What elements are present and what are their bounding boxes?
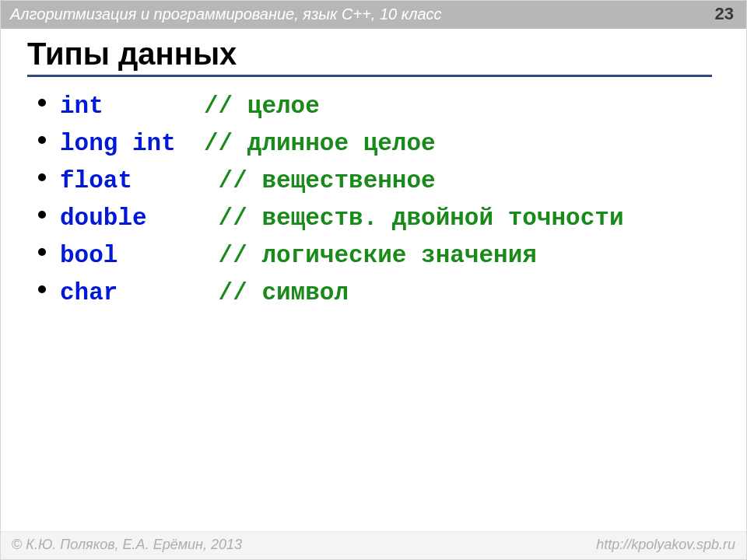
content-list: int // целое long int // длинное целое f… bbox=[38, 88, 746, 312]
type-comment: // символ bbox=[204, 275, 349, 312]
type-comment: // целое bbox=[204, 88, 320, 125]
copyright: © К.Ю. Поляков, Е.А. Ерёмин, 2013 bbox=[12, 537, 242, 553]
footer-url: http://kpolyakov.spb.ru bbox=[596, 537, 735, 553]
slide-title: Типы данных bbox=[27, 37, 712, 77]
type-keyword: float bbox=[60, 163, 204, 200]
bullet-icon bbox=[38, 173, 46, 181]
bullet-icon bbox=[38, 136, 46, 144]
type-keyword: long int bbox=[60, 125, 204, 163]
bullet-icon bbox=[38, 211, 46, 219]
type-comment: // веществ. двойной точности bbox=[204, 200, 624, 237]
type-keyword: double bbox=[60, 200, 204, 237]
slide: Алгоритмизация и программирование, язык … bbox=[0, 0, 747, 560]
type-comment: // вещественное bbox=[204, 163, 436, 200]
type-comment: // логические значения bbox=[204, 237, 537, 275]
bullet-icon bbox=[38, 248, 46, 256]
type-keyword: bool bbox=[60, 237, 204, 275]
bullet-icon bbox=[38, 99, 46, 107]
course-title: Алгоритмизация и программирование, язык … bbox=[10, 5, 442, 23]
bullet-icon bbox=[38, 285, 46, 293]
page-number: 23 bbox=[715, 4, 734, 24]
list-item: long int // длинное целое bbox=[38, 125, 746, 163]
list-item: float // вещественное bbox=[38, 163, 746, 200]
type-comment: // длинное целое bbox=[204, 125, 436, 163]
footer-bar: © К.Ю. Поляков, Е.А. Ерёмин, 2013 http:/… bbox=[1, 531, 746, 559]
type-keyword: int bbox=[60, 88, 204, 125]
list-item: int // целое bbox=[38, 88, 746, 125]
list-item: bool // логические значения bbox=[38, 237, 746, 275]
header-bar: Алгоритмизация и программирование, язык … bbox=[1, 1, 746, 29]
type-keyword: char bbox=[60, 275, 204, 312]
list-item: double // веществ. двойной точности bbox=[38, 200, 746, 237]
list-item: char // символ bbox=[38, 275, 746, 312]
